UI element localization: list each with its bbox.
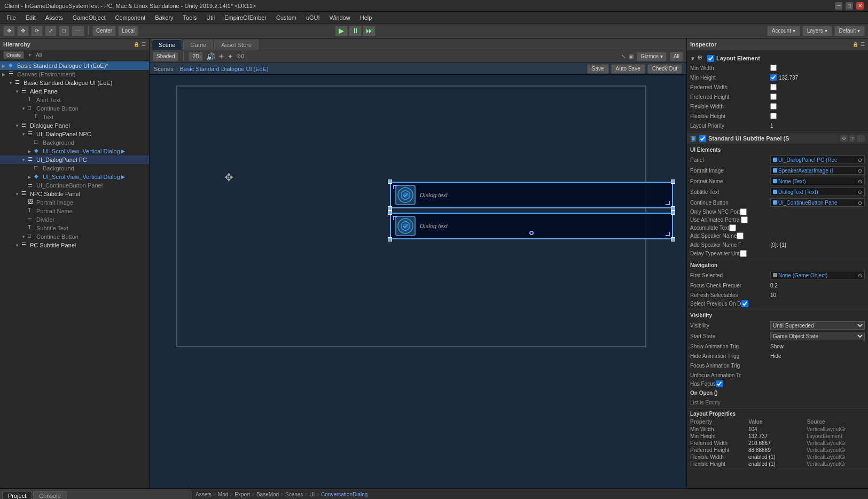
hier-item-portrait-name1[interactable]: ▼ T Portrait Name <box>0 207 149 215</box>
2d-button[interactable]: 2D <box>189 52 203 61</box>
pivot-center-button[interactable]: Center <box>92 26 116 36</box>
audio-icon[interactable]: 🔊 <box>206 52 215 61</box>
panel-target-icon[interactable]: ⊙ <box>858 157 862 163</box>
tab-scene[interactable]: Scene <box>152 40 182 50</box>
cont-btn-target[interactable]: ⊙ <box>858 200 862 206</box>
tab-project[interactable]: Project <box>2 491 32 499</box>
sel-handle-br[interactable] <box>671 206 675 210</box>
preferred-width-checkbox[interactable] <box>770 84 777 90</box>
subtitle-settings-icon[interactable]: ⚙ <box>840 135 848 142</box>
account-button[interactable]: Account ▾ <box>767 26 800 36</box>
lighting-icon[interactable]: ☀ <box>218 53 224 60</box>
hierarchy-menu-icon[interactable]: ☰ <box>142 42 146 47</box>
menu-help[interactable]: Help <box>356 13 377 22</box>
hier-item-npc-panel[interactable]: ▼ ☰ UI_DialogPanel NPC <box>0 130 149 138</box>
layout-element-enabled-checkbox[interactable] <box>707 55 714 62</box>
sel-handle-tl[interactable] <box>388 180 392 184</box>
pause-button[interactable]: ⏸ <box>349 26 362 36</box>
add-speaker-name-checkbox[interactable] <box>737 232 744 239</box>
select-prev-checkbox[interactable] <box>741 300 748 307</box>
hier-item-pc-sub[interactable]: ▼ ☰ PC Subtitle Panel <box>0 241 149 250</box>
assets-bc-item[interactable]: Scenes <box>285 492 303 497</box>
hier-item-scroll2[interactable]: ▶ ◆ UI_ScrollView_Vertical Dialog ▶ <box>0 173 149 181</box>
assets-bc-item[interactable]: BaseMod <box>256 492 279 497</box>
start-state-select[interactable]: Game Object State <box>770 332 865 340</box>
hier-item-bsdu[interactable]: ▼ ☰ Basic Standard Dialogue UI (EoE) <box>0 79 149 87</box>
close-button[interactable]: ✕ <box>856 2 864 10</box>
autosave-button[interactable]: Auto Save <box>611 64 645 74</box>
inspector-menu-icon[interactable]: ☰ <box>861 42 865 47</box>
assets-bc-item[interactable]: Export <box>234 492 250 497</box>
portrait-name-value[interactable]: None (Text) ⊙ <box>770 177 865 185</box>
preferred-height-checkbox[interactable] <box>770 93 777 100</box>
hier-item-contbtnpanel[interactable]: ▼ ☰ UI_ContinueButton Panel <box>0 181 149 190</box>
continue-btn-value[interactable]: UI_ContinueButton Pane ⊙ <box>770 198 865 207</box>
tool-scale[interactable]: ⤢ <box>45 26 57 36</box>
accumulate-text-checkbox[interactable] <box>729 224 736 231</box>
visibility-select[interactable]: Until Superceded <box>770 321 865 330</box>
menu-assets[interactable]: Assets <box>41 13 67 22</box>
pivot-local-button[interactable]: Local <box>118 26 138 36</box>
flexible-height-checkbox[interactable] <box>770 113 777 119</box>
first-sel-target[interactable]: ⊙ <box>858 272 862 278</box>
hierarchy-content[interactable]: ▶ ◆ Basic Standard Dialogue UI (EoE)* ▶ … <box>0 60 149 488</box>
menu-bakery[interactable]: Bakery <box>151 13 177 22</box>
hier-item-cont-btn[interactable]: ▼ □ Continue Button <box>0 104 149 113</box>
subtitle-text-target[interactable]: ⊙ <box>858 189 862 195</box>
breadcrumb-scenes[interactable]: Scenes <box>154 66 174 72</box>
sel-handle-bl[interactable] <box>388 206 392 210</box>
hier-item-root[interactable]: ▶ ◆ Basic Standard Dialogue UI (EoE)* <box>0 61 149 70</box>
layout-button[interactable]: Default ▾ <box>834 26 865 36</box>
npc-dialogue-panel[interactable]: Dialog text <box>390 182 673 208</box>
inspector-lock-icon[interactable]: 🔒 <box>853 42 858 47</box>
assets-bc-item[interactable]: ConversationDialog <box>321 492 367 497</box>
scene-view[interactable]: ✥ <box>150 75 686 488</box>
subtitle-overflow-icon[interactable]: ⋯ <box>857 135 865 142</box>
min-height-checkbox[interactable] <box>770 74 777 81</box>
layout-props-header[interactable]: Layout Properties <box>687 410 868 418</box>
min-width-checkbox[interactable] <box>770 65 777 71</box>
play-button[interactable]: ▶ <box>335 26 348 36</box>
tool-rotate[interactable]: ⟳ <box>31 26 43 36</box>
hierarchy-lock-icon[interactable]: 🔒 <box>134 42 139 47</box>
gizmos-button[interactable]: Gizmos ▾ <box>637 52 667 61</box>
minimize-button[interactable]: ─ <box>835 2 842 10</box>
hier-item-text1[interactable]: ▼ T Text <box>0 113 149 121</box>
hier-item-subtitle-text1[interactable]: ▼ T Subtitle Text <box>0 224 149 232</box>
menu-file[interactable]: File <box>2 13 20 22</box>
menu-custom[interactable]: Custom <box>272 13 301 22</box>
subtitle-panel-header[interactable]: ▣ Standard UI Subtitle Panel (S ⚙ ? ⋯ <box>687 133 868 144</box>
breadcrumb-active[interactable]: Basic Standard Dialogue UI (EoE) <box>179 66 268 72</box>
subtitle-text-value[interactable]: DialogText (Text) ⊙ <box>770 188 865 196</box>
assets-bc-item[interactable]: Mod <box>218 492 228 497</box>
shaded-button[interactable]: Shaded <box>153 52 178 61</box>
menu-edit[interactable]: Edit <box>21 13 40 22</box>
tab-console[interactable]: Console <box>33 491 66 499</box>
assets-bc-item[interactable]: UI <box>309 492 315 497</box>
fx-icon[interactable]: ✦ <box>228 53 233 60</box>
hier-item-cont-btn1[interactable]: ▼ □ Continue Button <box>0 232 149 241</box>
hier-item-portrait-img1[interactable]: ▼ 🖼 Portrait Image <box>0 198 149 207</box>
portrait-image-value[interactable]: SpeakerAvatarImage (I ⊙ <box>770 166 865 175</box>
hier-item-npc-sub[interactable]: ▼ ☰ NPC Subtitle Panel <box>0 190 149 198</box>
menu-ugui[interactable]: uGUI <box>302 13 324 22</box>
menu-gameobject[interactable]: GameObject <box>68 13 110 22</box>
menu-empireofember[interactable]: EmpireOfEmber <box>220 13 271 22</box>
hier-item-alert-text[interactable]: ▼ T Alert Text <box>0 96 149 104</box>
has-focus-checkbox[interactable] <box>716 380 723 387</box>
only-show-npc-checkbox[interactable] <box>740 208 747 215</box>
hier-item-alert-panel[interactable]: ▼ ☰ Alert Panel <box>0 87 149 96</box>
tool-custom[interactable]: ⋯ <box>72 26 84 36</box>
tab-assetstore[interactable]: Asset Store <box>214 40 259 50</box>
hier-item-bg1[interactable]: ▼ □ Background <box>0 138 149 147</box>
delay-typewriter-checkbox[interactable] <box>740 250 747 257</box>
menu-tools[interactable]: Tools <box>179 13 201 22</box>
hier-item-bg2[interactable]: ▼ □ Background <box>0 164 149 173</box>
assets-bc-item[interactable]: Assets <box>196 492 212 497</box>
step-button[interactable]: ⏭ <box>363 26 376 36</box>
tool-hand[interactable]: ✥ <box>3 26 15 36</box>
sel-handle-br2-bot[interactable] <box>671 237 675 241</box>
sel-handle-tr[interactable] <box>671 180 675 184</box>
all-button[interactable]: All <box>670 52 683 61</box>
menu-util[interactable]: Util <box>202 13 219 22</box>
